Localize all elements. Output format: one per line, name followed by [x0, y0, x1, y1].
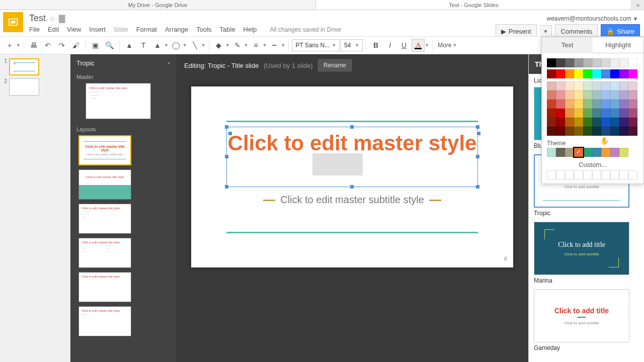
color-swatch[interactable]: [610, 148, 619, 157]
color-swatch[interactable]: [592, 127, 601, 136]
color-swatch[interactable]: [556, 170, 565, 179]
color-swatch[interactable]: [601, 170, 610, 179]
layout-thumb-6[interactable]: Click to edit master title style ───────…: [78, 306, 131, 336]
color-swatch[interactable]: [583, 148, 592, 157]
slide-canvas[interactable]: Click to edit master style Click to edit…: [191, 86, 513, 267]
color-swatch[interactable]: [601, 58, 610, 67]
color-tab-text[interactable]: Text: [542, 37, 593, 53]
color-swatch[interactable]: [574, 69, 583, 78]
select-icon[interactable]: ▲: [123, 39, 136, 52]
color-swatch[interactable]: [610, 69, 619, 78]
bold-icon[interactable]: B: [369, 39, 382, 52]
shape-icon[interactable]: ◯: [170, 39, 183, 52]
rename-button[interactable]: Rename: [318, 59, 352, 71]
zoom-fit-icon[interactable]: ▣: [89, 39, 102, 52]
color-swatch[interactable]: [610, 170, 619, 179]
layout-thumb-title[interactable]: Click to edit master title style ─ click…: [78, 135, 131, 165]
zoom-icon[interactable]: 🔍: [103, 39, 116, 52]
color-swatch[interactable]: [565, 90, 574, 100]
color-swatch[interactable]: [601, 90, 610, 100]
menu-view[interactable]: View: [67, 26, 81, 33]
slides-logo[interactable]: [3, 12, 23, 32]
menu-arrange[interactable]: Arrange: [165, 26, 188, 33]
color-swatch[interactable]: [601, 100, 610, 109]
text-color-button[interactable]: A: [412, 39, 425, 52]
line-color-icon[interactable]: ✎: [231, 39, 244, 52]
color-swatch[interactable]: [583, 81, 592, 90]
color-swatch[interactable]: [556, 100, 565, 109]
color-swatch[interactable]: [574, 127, 583, 136]
color-swatch[interactable]: [628, 170, 637, 179]
color-swatch[interactable]: [547, 100, 556, 109]
theme-card[interactable]: Click to add titleClick to add subtitle: [534, 222, 629, 275]
star-icon[interactable]: ☆: [49, 14, 56, 23]
color-swatch[interactable]: [574, 81, 583, 90]
color-swatch[interactable]: [628, 109, 637, 118]
color-swatch[interactable]: [619, 81, 628, 90]
color-swatch[interactable]: [610, 127, 619, 136]
color-tab-highlight[interactable]: Highlight: [593, 37, 643, 53]
color-swatch[interactable]: [556, 148, 565, 157]
color-swatch[interactable]: [592, 81, 601, 90]
color-swatch[interactable]: [565, 58, 574, 67]
color-swatch[interactable]: [601, 81, 610, 90]
italic-icon[interactable]: I: [383, 39, 396, 52]
line-weight-icon[interactable]: ≡: [250, 39, 263, 52]
color-swatch[interactable]: [601, 127, 610, 136]
color-swatch[interactable]: [565, 81, 574, 90]
color-swatch[interactable]: [547, 109, 556, 118]
theme-card[interactable]: Click to add titleClick to add subtitle: [534, 289, 629, 342]
color-swatch[interactable]: [574, 100, 583, 109]
textbox-icon[interactable]: T: [137, 39, 150, 52]
color-swatch[interactable]: [601, 69, 610, 78]
color-swatch[interactable]: [592, 100, 601, 109]
color-swatch[interactable]: [565, 109, 574, 118]
menu-insert[interactable]: Insert: [89, 26, 106, 33]
color-swatch[interactable]: [547, 127, 556, 136]
color-swatch[interactable]: [601, 148, 610, 157]
color-swatch[interactable]: [619, 69, 628, 78]
menu-file[interactable]: File: [29, 26, 40, 33]
color-swatch[interactable]: [619, 109, 628, 118]
line-dash-icon[interactable]: ┅: [268, 39, 281, 52]
color-swatch[interactable]: [583, 69, 592, 78]
color-swatch[interactable]: [583, 109, 592, 118]
color-swatch[interactable]: [628, 118, 637, 127]
color-swatch[interactable]: [628, 58, 637, 67]
color-swatch[interactable]: [583, 127, 592, 136]
color-swatch[interactable]: [583, 58, 592, 67]
master-subtitle-placeholder[interactable]: Click to edit master subtitle style: [226, 194, 478, 206]
master-thumb[interactable]: Click to edit master title style • ─────…: [86, 83, 151, 119]
folder-icon[interactable]: ▇: [59, 14, 65, 23]
color-swatch[interactable]: [619, 58, 628, 67]
color-swatch[interactable]: [556, 81, 565, 90]
color-swatch[interactable]: [556, 69, 565, 78]
color-swatch[interactable]: [628, 69, 637, 78]
color-swatch[interactable]: [556, 127, 565, 136]
color-swatch[interactable]: [619, 118, 628, 127]
color-swatch[interactable]: [592, 90, 601, 100]
browser-tab-drive[interactable]: My Drive - Google Drive: [0, 0, 316, 10]
paint-format-icon[interactable]: 🖌: [69, 39, 83, 52]
more-button[interactable]: More▼: [436, 42, 459, 49]
color-swatch[interactable]: [610, 58, 619, 67]
underline-icon[interactable]: U: [397, 39, 411, 52]
color-swatch[interactable]: [565, 69, 574, 78]
slide-thumb-2[interactable]: [9, 78, 39, 96]
color-swatch[interactable]: [610, 100, 619, 109]
color-swatch[interactable]: [628, 81, 637, 90]
color-swatch[interactable]: [574, 109, 583, 118]
color-swatch[interactable]: [628, 127, 637, 136]
redo-icon[interactable]: ↷: [55, 39, 68, 52]
color-swatch[interactable]: [556, 109, 565, 118]
menu-format[interactable]: Format: [136, 26, 157, 33]
color-swatch[interactable]: [610, 118, 619, 127]
font-select[interactable]: PT Sans N...▼: [292, 39, 340, 51]
color-swatch[interactable]: [565, 127, 574, 136]
color-swatch[interactable]: [556, 118, 565, 127]
color-swatch[interactable]: [601, 118, 610, 127]
color-swatch[interactable]: [547, 58, 556, 67]
color-swatch[interactable]: [628, 90, 637, 100]
color-swatch[interactable]: [547, 90, 556, 100]
color-swatch[interactable]: [583, 170, 592, 179]
